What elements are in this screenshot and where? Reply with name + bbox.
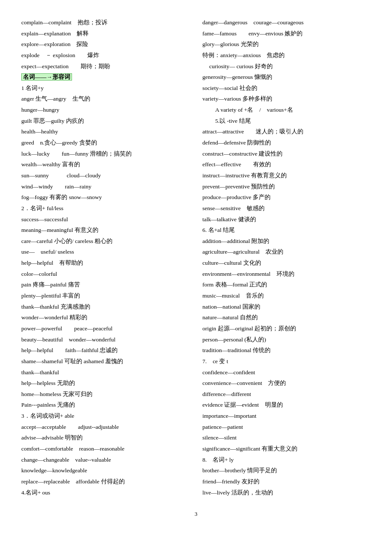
line-item: 2．名词+ ful/less (21, 203, 190, 214)
line-item: tradition—traditional 传统的 (202, 345, 371, 356)
line-item: sun—sunny cloud—cloudy (21, 170, 190, 181)
line-item: confidence—confident (202, 367, 371, 378)
line-item: live—lively 活跃的，生动的 (202, 487, 371, 498)
line-item: advise—advisable 明智的 (21, 432, 190, 443)
line-item: use— useful/ useless (21, 246, 190, 257)
line-item: difference—different (202, 389, 371, 400)
page-container: complain—complaint 抱怨；投诉explain—explanat… (21, 17, 371, 498)
line-item: music—musical 音乐的 (202, 290, 371, 301)
line-item: 7. ce 变 t (202, 356, 371, 367)
right-column: danger—dangerous courage—courageousfame—… (202, 17, 371, 498)
page-number: 3 (21, 511, 371, 517)
line-item: shame—shameful 可耻的 ashamed 羞愧的 (21, 356, 190, 367)
line-item: environment—environmental 环境的 (202, 269, 371, 280)
line-item: complain—complaint 抱怨；投诉 (21, 17, 190, 28)
line-item: expect—expectation 期待；期盼 (21, 61, 190, 72)
line-item: plenty—plentiful 丰富的 (21, 290, 190, 301)
line-item: anger 生气—angry 生气的 (21, 93, 190, 104)
line-item: importance—important (202, 410, 371, 422)
line-item: generosity—generous 慷慨的 (202, 72, 371, 83)
line-item: hunger—hungry (21, 104, 190, 116)
line-item: wonder—wonderful 精彩的 (21, 312, 190, 323)
line-item: wealth—wealthy 富有的 (21, 159, 190, 170)
line-item: thank—thankful (21, 367, 190, 378)
line-item: explode － explosion 爆炸 (21, 50, 190, 61)
line-item: wind—windy rain—rainy (21, 181, 190, 192)
line-item: luck—lucky fun—funny 滑稽的；搞笑的 (21, 148, 190, 159)
line-item: curiosity— curious 好奇的 (202, 61, 371, 72)
line-item: color—colorful (21, 269, 190, 280)
line-item: success—successful (21, 214, 190, 225)
line-item: beauty—beautiful wonder—wonderful (21, 334, 190, 345)
line-item: friend—friendly 友好的 (202, 476, 371, 487)
line-item: form 表格—formal 正式的 (202, 279, 371, 290)
line-item: health—healthy (21, 126, 190, 137)
line-item: talk—talkative 健谈的 (202, 214, 371, 225)
line-item: evidence 证据—evident 明显的 (202, 399, 371, 410)
line-item: power—powerful peace—peaceful (21, 323, 190, 334)
line-item: comfort—comfortable reason—reasonable (21, 443, 190, 454)
line-item: construct—constructive 建设性的 (202, 148, 371, 159)
line-item: meaning—meaningful 有意义的 (21, 225, 190, 236)
line-item: 6. 名+al 结尾 (202, 225, 371, 236)
line-item: 5.以 -tive 结尾 (202, 116, 371, 127)
line-item: 1 名词+y (21, 83, 190, 94)
line-item: danger—dangerous courage—courageous (202, 17, 371, 28)
line-item: culture—cultural 文化的 (202, 257, 371, 269)
line-item: pain 疼痛—painful 痛苦 (21, 279, 190, 290)
line-item: change—changeable value--valuable (21, 454, 190, 465)
line-item: origin 起源—original 起初的；原创的 (202, 323, 371, 334)
line-item: brother—brotherly 情同手足的 (202, 465, 371, 476)
line-item: 8. 名词+ ly (202, 454, 371, 465)
line-item: 名词——→形容词 (21, 72, 190, 83)
left-column: complain—complaint 抱怨；投诉explain—explanat… (21, 17, 190, 498)
line-item: convenience—convenient 方便的 (202, 378, 371, 389)
line-item: fog—foggy 有雾的 snow—snowy (21, 192, 190, 203)
line-item: variety—various 多种多样的 (202, 93, 371, 104)
line-item: society—social 社会的 (202, 83, 371, 94)
line-item: fame—famous envy—envious 嫉妒的 (202, 28, 371, 39)
line-item: nature—natural 自然的 (202, 312, 371, 323)
line-item: nation—national 国家的 (202, 301, 371, 312)
line-item: significance—significant 有重大意义的 (202, 443, 371, 454)
line-item: agriculture—agricultural 农业的 (202, 246, 371, 257)
line-item: greed n.贪心—greedy 贪婪的 (21, 137, 190, 148)
line-item: effect—effective 有效的 (202, 159, 371, 170)
line-item: explore—exploration 探险 (21, 39, 190, 50)
line-item: silence—silent (202, 432, 371, 443)
line-item: attract—attractive 迷人的；吸引人的 (202, 126, 371, 137)
line-item: defend—defensive 防御性的 (202, 137, 371, 148)
line-item: help—helpful faith—faithful 忠诚的 (21, 345, 190, 356)
line-item: addition—additional 附加的 (202, 236, 371, 247)
line-item: replace—replaceable affordable 付得起的 (21, 476, 190, 487)
line-item: person—personal (私人的) (202, 334, 371, 345)
line-item: 4.名词+ ous (21, 487, 190, 498)
line-item: 特例：anxiety—anxious 焦虑的 (202, 50, 371, 61)
line-item: sense—sensitive 敏感的 (202, 203, 371, 214)
line-item: help—helpless 无助的 (21, 378, 190, 389)
line-item: glory—glorious 光荣的 (202, 39, 371, 50)
line-item: accept—acceptable adjust--adjustable (21, 422, 190, 433)
line-item: produce—productive 多产的 (202, 192, 371, 203)
line-item: knowledge—knowledgeable (21, 465, 190, 476)
line-item: home—homeless 无家可归的 (21, 389, 190, 400)
line-item: help—helpful 有帮助的 (21, 257, 190, 269)
line-item: thank—thankful 充满感激的 (21, 301, 190, 312)
line-item: 3．名词或动词+ able (21, 410, 190, 422)
line-item: A variety of +名 / various+名 (202, 104, 371, 116)
line-item: prevent—preventive 预防性的 (202, 181, 371, 192)
line-item: patience—patient (202, 422, 371, 433)
line-item: explain—explanation 解释 (21, 28, 190, 39)
line-item: Pain---painless 无痛的 (21, 399, 190, 410)
line-item: guilt 罪恶—guilty 内疚的 (21, 116, 190, 127)
line-item: instruct—instructive 有教育意义的 (202, 170, 371, 181)
line-item: care—careful 小心的/ careless 粗心的 (21, 236, 190, 247)
